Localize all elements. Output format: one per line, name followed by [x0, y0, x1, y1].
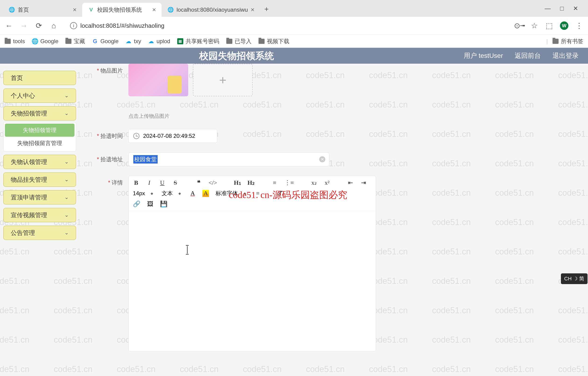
sidebar-item-personal[interactable]: 个人中心⌄ — [3, 88, 76, 103]
bookmark-baozang[interactable]: 宝藏 — [65, 38, 85, 45]
bold-icon[interactable]: B — [133, 179, 139, 186]
clear-format-icon[interactable]: T̸ₓ — [278, 190, 284, 197]
underline-icon[interactable]: U — [159, 179, 165, 186]
all-bookmarks[interactable]: 所有书签 — [553, 38, 583, 45]
tabs-row: 🌐 首页 × V 校园失物招领系统 × 🌐 localhost:8080/xia… — [0, 0, 588, 17]
chevron-down-icon: ⌄ — [65, 110, 69, 116]
bookmark-tools[interactable]: tools — [5, 38, 25, 44]
google-icon: 🌐 — [32, 38, 38, 44]
sidebar-item-lost-found[interactable]: 失物招领管理⌄ — [3, 106, 76, 121]
bookmark-google[interactable]: 🌐Google — [32, 38, 58, 44]
url-text: localhost:8081/#/shiwuzhaoling — [80, 22, 164, 29]
home-icon[interactable]: ⌂ — [50, 21, 58, 30]
address-value: 校园食堂 — [133, 155, 158, 164]
back-to-front[interactable]: 返回前台 — [515, 51, 541, 60]
minimize-icon[interactable]: — — [544, 5, 551, 12]
tab-1[interactable]: V 校园失物招领系统 × — [82, 3, 162, 17]
new-tab-button[interactable]: + — [260, 5, 273, 17]
folder-icon — [553, 39, 559, 44]
key-icon[interactable]: ⊙╼ — [515, 21, 523, 30]
site-info-icon[interactable]: i — [70, 22, 77, 29]
link-icon[interactable]: 🔗 — [133, 200, 140, 208]
h2-icon[interactable]: H₂ — [248, 179, 255, 186]
close-window-icon[interactable]: ✕ — [573, 5, 578, 12]
bookmark-share[interactable]: ▦共享账号密码 — [177, 38, 219, 45]
rich-text-editor: B I U S ❝ </> H₁ H₂ ≡ ⋮≡ — [129, 176, 376, 351]
back-icon[interactable]: ← — [5, 21, 13, 30]
sidebar-item-pin[interactable]: 置顶申请管理⌄ — [3, 190, 76, 205]
chevron-down-icon: ⌄ — [65, 159, 69, 165]
logout-button[interactable]: 退出登录 — [553, 51, 579, 60]
close-icon[interactable]: × — [73, 6, 76, 13]
chevron-down-icon: ⌄ — [65, 177, 69, 183]
sidebar-home[interactable]: 首页 — [3, 71, 76, 85]
text-color-icon[interactable]: A — [189, 190, 196, 197]
address-bar[interactable]: i localhost:8081/#/shiwuzhaoling — [65, 19, 509, 32]
bg-color-icon[interactable]: A — [202, 190, 209, 197]
align-icon[interactable]: ≡ — [255, 190, 261, 197]
close-icon[interactable]: × — [251, 6, 255, 13]
datetime-input[interactable]: 2024-07-08 20:49:52 — [129, 129, 217, 143]
font-family-select[interactable]: 标准字体◆ — [216, 190, 248, 197]
bookmark-video[interactable]: 视频下载 — [259, 38, 289, 45]
uploaded-image-thumb[interactable] — [129, 64, 188, 96]
chevron-down-icon: ⌄ — [65, 93, 69, 99]
folder-icon — [5, 39, 11, 44]
clear-icon[interactable]: ✕ — [319, 156, 325, 162]
bookmark-google2[interactable]: GGoogle — [92, 38, 118, 44]
close-icon[interactable]: × — [152, 6, 156, 13]
bookmark-txy[interactable]: ☁txy — [125, 38, 141, 44]
sidebar-item-lost-item[interactable]: 物品挂失管理⌄ — [3, 172, 76, 187]
forward-icon[interactable]: → — [20, 21, 28, 30]
caret-icon: ◆ — [244, 191, 246, 195]
quote-icon[interactable]: ❝ — [196, 179, 202, 186]
maximize-icon[interactable]: □ — [560, 5, 564, 12]
upload-button[interactable]: + — [193, 64, 253, 96]
strike-icon[interactable]: S — [172, 179, 179, 186]
chevron-down-icon: ⌄ — [65, 194, 69, 200]
font-size-select[interactable]: 14px◆ — [133, 190, 155, 197]
vue-icon: V — [88, 7, 94, 13]
submenu-lost-found-mgmt[interactable]: 失物招领管理 — [5, 124, 75, 137]
code-icon[interactable]: </> — [208, 179, 217, 186]
ime-indicator[interactable]: CH ☽ 简 — [561, 273, 588, 284]
bookmarks-bar: tools 🌐Google 宝藏 GGoogle ☁txy ☁uplod ▦共享… — [0, 34, 588, 48]
chevron-down-icon: ⌄ — [65, 212, 69, 218]
cloud-icon: ☁ — [125, 38, 131, 44]
editor-body[interactable] — [129, 211, 376, 351]
outdent-icon[interactable]: ⇤ — [347, 179, 354, 186]
tab-title: 校园失物招领系统 — [97, 6, 142, 13]
chevron-down-icon: ⌄ — [65, 230, 69, 236]
extensions-icon[interactable]: ⬚ — [545, 21, 554, 30]
bookmark-imported[interactable]: 已导入 — [226, 38, 251, 45]
bookmark-uplod[interactable]: ☁uplod — [148, 38, 170, 44]
sidebar-item-video[interactable]: 宣传视频管理⌄ — [3, 208, 76, 222]
submenu-lost-found-message[interactable]: 失物招领留言管理 — [3, 137, 76, 150]
tab-2[interactable]: 🌐 localhost:8080/xiaoyuansiwu × — [162, 3, 260, 17]
subscript-icon[interactable]: x₂ — [311, 179, 317, 186]
h1-icon[interactable]: H₁ — [234, 179, 241, 186]
caret-icon: ◆ — [151, 191, 153, 195]
paragraph-select[interactable]: 文本◆ — [162, 190, 183, 197]
label-address: *拾遗地址 — [84, 156, 129, 163]
superscript-icon[interactable]: x² — [324, 179, 330, 186]
profile-avatar[interactable]: W — [560, 21, 568, 30]
globe-icon: 🌐 — [167, 7, 174, 13]
italic-icon[interactable]: I — [146, 179, 152, 186]
sidebar-item-claim[interactable]: 失物认领管理⌄ — [3, 155, 76, 169]
label-time: *拾遗时间 — [84, 132, 129, 140]
indent-icon[interactable]: ⇥ — [360, 179, 367, 186]
image-icon[interactable]: 🖼 — [147, 200, 153, 208]
sidebar-item-announce[interactable]: 公告管理⌄ — [3, 226, 76, 240]
address-input[interactable]: 校园食堂 ✕ — [129, 152, 329, 166]
datetime-value: 2024-07-08 20:49:52 — [143, 133, 195, 139]
tab-0[interactable]: 🌐 首页 × — [3, 3, 82, 17]
reload-icon[interactable]: ⟳ — [34, 21, 43, 30]
save-icon[interactable]: 💾 — [160, 200, 167, 208]
star-icon[interactable]: ☆ — [530, 21, 538, 30]
ordered-list-icon[interactable]: ≡ — [271, 179, 278, 186]
text-cursor — [187, 246, 187, 253]
unordered-list-icon[interactable]: ⋮≡ — [284, 179, 294, 186]
menu-icon[interactable]: ⋮ — [575, 21, 583, 30]
app-header: 校园失物招领系统 用户 testUser 返回前台 退出登录 — [0, 48, 588, 64]
